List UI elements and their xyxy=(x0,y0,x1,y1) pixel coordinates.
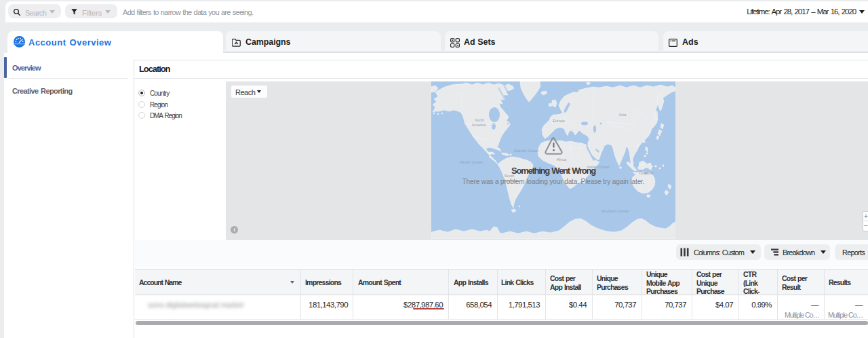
svg-text:Europe: Europe xyxy=(553,119,565,123)
svg-text:Atlantic Ocean: Atlantic Ocean xyxy=(513,149,538,153)
svg-text:Southern Ocean: Southern Ocean xyxy=(601,209,629,213)
svg-text:North: North xyxy=(475,118,484,122)
svg-text:Asia: Asia xyxy=(619,113,627,117)
svg-text:America: America xyxy=(472,123,486,127)
svg-text:Africa: Africa xyxy=(557,157,567,162)
svg-text:Pacific Ocean: Pacific Ocean xyxy=(460,160,484,164)
